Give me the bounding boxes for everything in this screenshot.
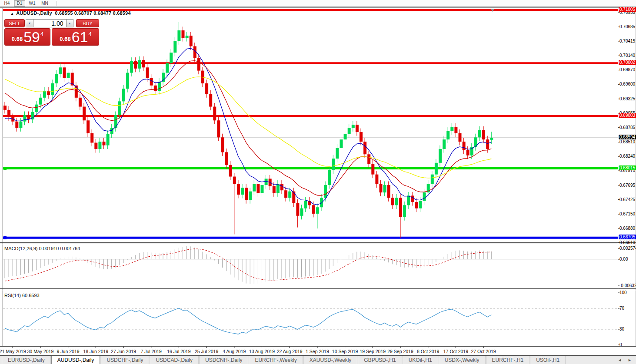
candle-body <box>482 130 485 139</box>
date-label: 27 Jun 2019 <box>111 349 136 354</box>
rsi-tick: 70 <box>619 306 624 311</box>
candle-body <box>182 30 185 38</box>
candle-body <box>142 60 145 67</box>
candle-body <box>209 94 212 106</box>
candle-body <box>237 184 240 195</box>
macd-signal-line <box>5 249 491 281</box>
candle-body <box>304 201 307 208</box>
candle-body <box>90 133 93 143</box>
candle-body <box>261 185 264 193</box>
candle-body <box>375 175 378 184</box>
candle-body <box>336 148 339 159</box>
candle-body <box>166 63 169 73</box>
volume-decrease-button[interactable]: ▼ <box>26 19 33 27</box>
candle-body <box>173 41 176 53</box>
rsi-tick: 100 <box>619 290 627 295</box>
macd-tick: -0.006326 <box>619 283 636 288</box>
date-label: 9 Jun 2019 <box>57 349 80 354</box>
tab-scroll-left-icon[interactable]: ◄ <box>618 358 622 362</box>
candle-body <box>387 185 390 198</box>
candle-body <box>83 107 86 121</box>
candle-body <box>363 142 366 154</box>
date-label: 30 May 2019 <box>27 349 54 354</box>
chart-tab-eurchf-weekly[interactable]: EURCHF-,Weekly <box>249 356 303 364</box>
date-label: 7 Jul 2019 <box>140 349 161 354</box>
tab-scroll-controls: ◄► <box>618 356 636 364</box>
date-label: 18 Jun 2019 <box>83 349 108 354</box>
price-tick: 0.67150 <box>619 212 635 216</box>
candle-body <box>450 127 453 131</box>
rsi-indicator-label: RSI(14) 60.6593 <box>4 293 40 298</box>
candle-body <box>296 203 299 215</box>
date-label: 22 Aug 2019 <box>277 349 303 354</box>
candle-body <box>360 132 363 142</box>
chart-tab-usdx-weekly[interactable]: USDX-,Weekly <box>439 356 486 364</box>
candle-body <box>403 205 406 217</box>
candle-body <box>94 142 97 149</box>
candle-body <box>241 188 244 195</box>
candle-body <box>23 115 27 122</box>
candle-body <box>7 110 10 117</box>
ma-40-line <box>5 77 491 178</box>
sell-price-display[interactable]: 0.68 59 4 <box>4 28 50 46</box>
chart-tab-usdcnh-daily[interactable]: USDCNH-,Daily <box>199 356 248 364</box>
buy-button[interactable]: BUY <box>76 19 99 27</box>
chart-tab-usdcad-daily[interactable]: USDCAD-,Daily <box>150 356 199 364</box>
chart-tab-audusd-daily[interactable]: AUDUSD-,Daily <box>51 356 100 364</box>
candle-body <box>55 74 58 83</box>
candle-body <box>371 164 374 174</box>
volume-increase-button[interactable]: ▲ <box>66 19 73 27</box>
candle-body <box>276 184 280 193</box>
chart-tab-eurusd-daily[interactable]: EURUSD-,Daily <box>2 356 51 364</box>
spin-down-icon: ▼ <box>28 22 31 25</box>
chart-tab-eurchf-h1[interactable]: EURCHF-,H1 <box>486 356 530 364</box>
candle-body <box>348 128 351 134</box>
volume-input[interactable] <box>33 19 66 27</box>
candle-body <box>205 83 208 94</box>
price-tick: 0.68240 <box>619 154 635 159</box>
candle-body <box>114 115 117 128</box>
candle-body <box>107 134 110 146</box>
candle-body <box>51 83 54 95</box>
candle-body <box>217 120 220 137</box>
sell-price-prefix: 0.68 <box>12 36 23 42</box>
price-label-0.70002: 0.70002 <box>619 60 636 65</box>
candle-body <box>138 60 141 69</box>
candle-body <box>435 163 438 175</box>
buy-price-display[interactable]: 0.68 61 4 <box>52 28 99 46</box>
tab-scroll-right-icon[interactable]: ► <box>628 358 632 362</box>
spin-up-icon: ▲ <box>68 22 71 25</box>
rsi-tick: 30 <box>619 327 624 331</box>
candle-body <box>383 185 386 192</box>
date-label: 10 Sep 2019 <box>332 349 358 354</box>
chart-tab-gbpusd-h1[interactable]: GBPUSD-,H1 <box>358 356 402 364</box>
candle-body <box>158 82 161 91</box>
candle-body <box>352 125 355 128</box>
candle-body <box>419 201 422 208</box>
candle-body <box>431 175 434 184</box>
candle-body <box>280 184 283 191</box>
hline-handle[interactable] <box>3 167 7 170</box>
price-label-0.66705: 0.66705 <box>619 235 636 239</box>
chart-tab-xauusd-weekly[interactable]: XAUUSD-,Weekly <box>303 356 357 364</box>
candle-body <box>190 36 193 46</box>
chart-tab-usoil-h1[interactable]: USOil-,H1 <box>530 356 566 364</box>
candle-body <box>466 150 470 156</box>
candle-body <box>39 98 42 105</box>
candle-body <box>15 122 18 128</box>
sell-button[interactable]: SELL <box>4 19 25 27</box>
hline-handle[interactable] <box>3 236 7 239</box>
chart-tab-ukoil-h1[interactable]: UKOil-,H1 <box>403 356 438 364</box>
price-tick: 0.67425 <box>619 197 635 202</box>
chart-tab-usdchf-daily[interactable]: USDCHF-,Daily <box>100 356 149 364</box>
price-label-0.68594: 0.68594 <box>619 135 636 139</box>
candle-body <box>3 106 7 110</box>
buy-price-pip: 4 <box>88 31 91 37</box>
date-label: 25 Jul 2019 <box>195 349 218 354</box>
candle-body <box>79 98 82 107</box>
candle-body <box>213 107 216 121</box>
candle-body <box>423 192 426 201</box>
candle-body <box>170 53 173 63</box>
candle-body <box>395 198 398 205</box>
date-label: 19 Sep 2019 <box>360 349 386 354</box>
